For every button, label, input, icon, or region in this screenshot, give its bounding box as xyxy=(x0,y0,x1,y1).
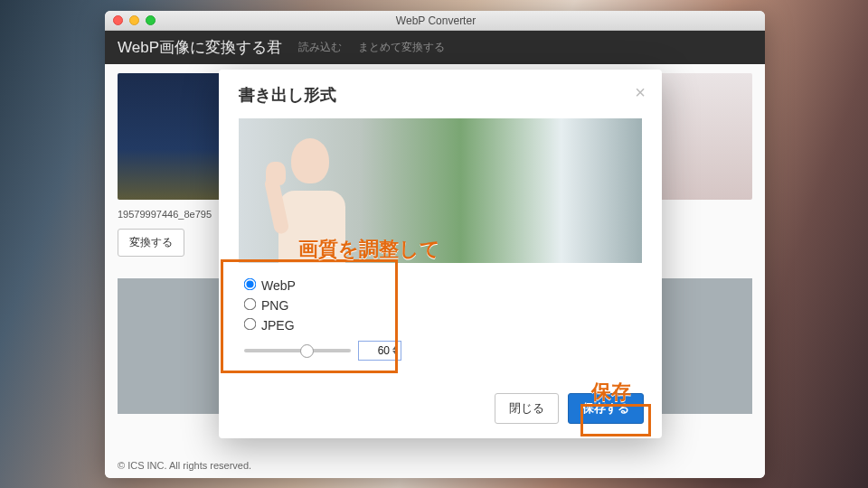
annotation-box-format xyxy=(221,259,398,373)
app-title: WebP画像に変換する君 xyxy=(118,37,282,58)
window-title: WebP Converter xyxy=(107,14,765,27)
close-icon[interactable]: × xyxy=(635,82,646,103)
convert-button[interactable]: 変換する xyxy=(118,229,184,257)
app-header: WebP画像に変換する君 読み込む まとめて変換する xyxy=(105,31,765,64)
titlebar: WebP Converter xyxy=(105,11,765,31)
close-button[interactable]: 閉じる xyxy=(495,393,559,424)
nav-batch-convert[interactable]: まとめて変換する xyxy=(358,40,445,55)
nav-load[interactable]: 読み込む xyxy=(298,40,342,55)
annotation-text-save: 保存 xyxy=(591,379,631,406)
copyright: © ICS INC. All rights reserved. xyxy=(118,460,251,471)
app-window: WebP Converter WebP画像に変換する君 読み込む まとめて変換す… xyxy=(105,11,765,478)
annotation-box-save xyxy=(580,404,651,436)
body-area: 19579997446_8e795 変換する © ICS INC. All ri… xyxy=(105,64,765,478)
dialog-title: 書き出し形式 xyxy=(239,84,642,106)
export-dialog: × 書き出し形式 WebP PNG JPEG xyxy=(219,70,662,438)
annotation-text-quality: 画質を調整して xyxy=(298,236,440,263)
